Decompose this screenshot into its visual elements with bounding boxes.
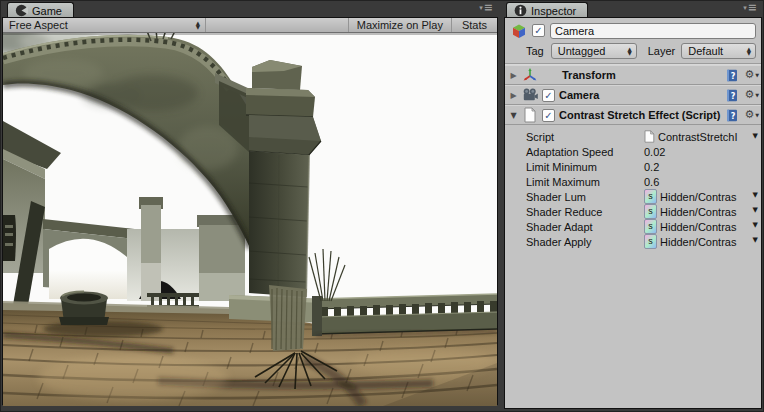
updown-arrows-icon: ▲▼ <box>628 47 632 55</box>
game-tab-label: Game <box>32 5 62 17</box>
component-properties: Script ContrastStretchI ▼ Adaptation Spe… <box>505 125 761 249</box>
gear-icon[interactable]: ⚙▼ <box>742 68 757 82</box>
shader-asset-icon: s <box>644 189 657 204</box>
foldout-expanded-icon[interactable]: ▼ <box>509 111 518 120</box>
property-value: 0.2 <box>644 161 659 173</box>
gear-icon[interactable]: ⚙▼ <box>742 88 757 102</box>
gameobject-active-checkbox[interactable]: ✓ <box>532 24 545 37</box>
property-label: Shader Reduce <box>526 206 644 218</box>
aspect-dropdown[interactable]: Free Aspect ▲▼ <box>3 18 206 32</box>
tag-dropdown[interactable]: Untagged ▲▼ <box>551 43 637 59</box>
game-tabbar: Game ▾ ≡ <box>2 2 498 17</box>
layer-dropdown[interactable]: Default ▲▼ <box>681 43 756 59</box>
help-icon[interactable]: ? <box>725 89 738 102</box>
property-value: Hidden/Contras <box>660 206 736 218</box>
inspector-panel-menu-icon[interactable]: ▾ ≡ <box>743 3 757 13</box>
game-render-viewport <box>3 33 497 406</box>
help-icon[interactable]: ? <box>725 109 738 122</box>
chevron-down-icon: ▼ <box>755 68 759 82</box>
layer-value: Default <box>688 45 746 57</box>
game-scene <box>3 33 497 406</box>
svg-text:?: ? <box>731 111 736 120</box>
maximize-on-play-button[interactable]: Maximize on Play <box>348 18 451 32</box>
game-panel: Game ▾ ≡ Free Aspect ▲▼ Maximize on Play… <box>2 2 498 405</box>
component-header-contrast-stretch[interactable]: ▼ ✓ Contrast Stretch Effect (Script) ? ⚙… <box>505 105 761 125</box>
object-picker-caret-icon[interactable]: ▼ <box>753 132 758 140</box>
menu-lines-icon: ≡ <box>748 3 757 13</box>
property-value: ContrastStretchI <box>658 131 737 143</box>
help-icon[interactable]: ? <box>725 69 738 82</box>
property-row-limit-maximum: Limit Maximum 0.6 <box>505 174 761 189</box>
script-object-field[interactable]: ContrastStretchI ▼ <box>644 130 761 143</box>
unity-editor-window: Game ▾ ≡ Free Aspect ▲▼ Maximize on Play… <box>0 0 764 412</box>
tag-layer-row: Tag Untagged ▲▼ Layer Default ▲▼ <box>505 42 761 59</box>
chevron-down-icon: ▾ <box>743 3 747 13</box>
tab-inspector[interactable]: Inspector <box>506 2 588 18</box>
shader-asset-icon: s <box>644 219 657 234</box>
updown-arrows-icon: ▲▼ <box>747 47 751 55</box>
property-label: Shader Apply <box>526 236 644 248</box>
component-header-camera[interactable]: ▶ ✓ Camera ? ⚙▼ <box>505 85 761 105</box>
property-value: Hidden/Contras <box>660 191 736 203</box>
stats-button[interactable]: Stats <box>451 18 497 32</box>
gear-icon[interactable]: ⚙▼ <box>742 108 757 122</box>
property-label: Shader Adapt <box>526 221 644 233</box>
foldout-collapsed-icon[interactable]: ▶ <box>509 91 518 100</box>
shader-reduce-field[interactable]: s Hidden/Contras ▼ <box>644 204 761 219</box>
object-picker-caret-icon[interactable]: ▼ <box>753 236 758 244</box>
layer-label: Layer <box>648 45 676 57</box>
property-label: Adaptation Speed <box>526 146 644 158</box>
object-picker-caret-icon[interactable]: ▼ <box>753 191 758 199</box>
game-view-icon <box>15 4 28 17</box>
inspector-body: ✓ Camera Tag Untagged ▲▼ Layer Default ▲… <box>504 17 762 409</box>
inspector-tab-label: Inspector <box>531 5 576 17</box>
game-panel-body: Free Aspect ▲▼ Maximize on Play Stats <box>2 17 498 405</box>
component-enabled-checkbox[interactable]: ✓ <box>542 89 555 102</box>
limit-minimum-field[interactable]: 0.2 <box>644 161 761 173</box>
property-row-adaptation-speed: Adaptation Speed 0.02 <box>505 144 761 159</box>
object-picker-caret-icon[interactable]: ▼ <box>753 206 758 214</box>
shader-lum-field[interactable]: s Hidden/Contras ▼ <box>644 189 761 204</box>
property-row-shader-apply: Shader Apply s Hidden/Contras ▼ <box>505 234 761 249</box>
shader-asset-icon: s <box>644 234 657 249</box>
svg-text:?: ? <box>731 91 736 100</box>
aspect-value: Free Aspect <box>9 19 68 31</box>
tag-label: Tag <box>526 45 544 57</box>
updown-arrows-icon: ▲▼ <box>196 21 200 29</box>
limit-maximum-field[interactable]: 0.6 <box>644 176 761 188</box>
info-icon <box>514 4 527 17</box>
property-row-limit-minimum: Limit Minimum 0.2 <box>505 159 761 174</box>
game-toolbar: Free Aspect ▲▼ Maximize on Play Stats <box>3 18 497 33</box>
property-label: Limit Maximum <box>526 176 644 188</box>
gameobject-cube-icon <box>511 23 527 39</box>
svg-text:?: ? <box>731 71 736 80</box>
checkbox-check: ✓ <box>544 111 552 120</box>
property-value: Hidden/Contras <box>660 236 736 248</box>
shader-adapt-field[interactable]: s Hidden/Contras ▼ <box>644 219 761 234</box>
menu-lines-icon: ≡ <box>484 3 493 13</box>
chevron-down-icon: ▼ <box>755 88 759 102</box>
inspector-tabbar: Inspector ▾ ≡ <box>504 2 762 17</box>
object-picker-caret-icon[interactable]: ▼ <box>753 221 758 229</box>
inspector-panel: Inspector ▾ ≡ ✓ Camera Tag <box>504 2 762 409</box>
component-header-transform[interactable]: ▶ Transform ? ⚙▼ <box>505 65 761 85</box>
gameobject-header: ✓ Camera <box>505 18 761 39</box>
shader-apply-field[interactable]: s Hidden/Contras ▼ <box>644 234 761 249</box>
property-label: Script <box>526 131 644 143</box>
tab-game[interactable]: Game <box>7 2 74 18</box>
camera-component-icon <box>522 87 538 103</box>
script-component-icon <box>522 107 538 123</box>
foldout-collapsed-icon[interactable]: ▶ <box>509 71 518 80</box>
gameobject-name: Camera <box>555 25 594 37</box>
gameobject-name-field[interactable]: Camera <box>550 23 756 39</box>
property-row-shader-reduce: Shader Reduce s Hidden/Contras ▼ <box>505 204 761 219</box>
chevron-down-icon: ▼ <box>755 108 759 122</box>
game-panel-menu-icon[interactable]: ▾ ≡ <box>479 3 493 13</box>
adaptation-speed-field[interactable]: 0.02 <box>644 146 761 158</box>
transform-icon <box>522 67 538 83</box>
property-row-script: Script ContrastStretchI ▼ <box>505 129 761 144</box>
property-row-shader-adapt: Shader Adapt s Hidden/Contras ▼ <box>505 219 761 234</box>
stats-label: Stats <box>462 19 487 31</box>
shader-asset-icon: s <box>644 204 657 219</box>
component-enabled-checkbox[interactable]: ✓ <box>542 109 555 122</box>
